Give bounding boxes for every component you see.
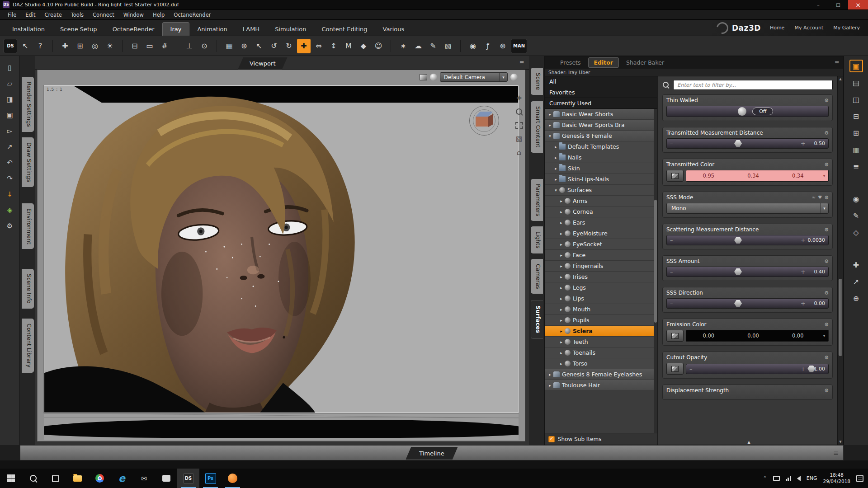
gear-icon[interactable] xyxy=(824,291,829,296)
tree-item-skin-lips-nails[interactable]: Skin-Lips-Nails xyxy=(545,174,657,185)
viewport[interactable]: Default Camera xyxy=(37,70,525,441)
home-view-icon[interactable] xyxy=(514,148,524,157)
stack-icon[interactable]: ≡ xyxy=(849,160,863,173)
undo-icon[interactable]: ↶ xyxy=(4,157,16,168)
tree-scrollbar-thumb[interactable] xyxy=(654,200,657,323)
expander-icon[interactable] xyxy=(553,177,559,182)
send-icon[interactable]: ↗ xyxy=(849,275,863,288)
pivot-icon[interactable]: ⊙ xyxy=(198,39,211,53)
expander-icon[interactable] xyxy=(558,275,564,279)
expander-icon[interactable] xyxy=(558,340,564,344)
tree-item-sclera[interactable]: Sclera xyxy=(545,326,657,337)
ghost-icon[interactable]: ☁ xyxy=(411,39,425,53)
new-camera-icon[interactable]: ◎ xyxy=(88,39,102,53)
aspect-icon[interactable]: # xyxy=(158,39,171,53)
globe-icon[interactable]: ⊕ xyxy=(849,292,863,305)
help-icon[interactable]: ? xyxy=(33,39,47,53)
scroll-up-icon[interactable] xyxy=(838,76,843,82)
tree-item-mouth[interactable]: Mouth xyxy=(545,304,657,315)
new-light-icon[interactable]: ☀ xyxy=(103,39,117,53)
network-icon[interactable] xyxy=(786,476,791,481)
chrome-button[interactable] xyxy=(89,469,111,488)
tab-lamh[interactable]: LAMH xyxy=(235,22,267,36)
tree-item-pupils[interactable]: Pupils xyxy=(545,315,657,326)
tab-presets[interactable]: Presets xyxy=(555,58,586,67)
tab-content-library[interactable]: Content Library xyxy=(22,319,34,372)
view-style-icon[interactable] xyxy=(430,74,437,81)
tree-item-cornea[interactable]: Cornea xyxy=(545,206,657,217)
tree-item-genesis-8-female[interactable]: Genesis 8 Female xyxy=(545,131,657,141)
texture-map-button[interactable] xyxy=(666,330,684,342)
expander-icon[interactable] xyxy=(558,264,564,268)
show-sub-items[interactable]: Show Sub Items xyxy=(545,433,657,445)
expander-icon[interactable] xyxy=(547,123,553,127)
tree-item-nails[interactable]: Nails xyxy=(545,152,657,163)
maximize-button[interactable] xyxy=(828,0,848,9)
expander-icon[interactable] xyxy=(558,286,564,290)
task-view-button[interactable] xyxy=(44,469,66,488)
tree-item-toenails[interactable]: Toenails xyxy=(545,347,657,358)
ds-logo-button[interactable]: DS xyxy=(4,39,17,53)
tab-environment[interactable]: Environment xyxy=(22,203,34,249)
link-my-gallery[interactable]: My Gallery xyxy=(833,25,860,31)
slider-handle[interactable] xyxy=(734,237,742,244)
favorite-icon[interactable] xyxy=(818,195,822,200)
expander-icon[interactable] xyxy=(553,166,559,171)
color-value-bar[interactable]: 0.00 0.00 0.00 xyxy=(686,330,829,342)
expander-icon[interactable] xyxy=(558,253,564,258)
chevron-down-icon[interactable] xyxy=(820,330,828,341)
camera-options-icon[interactable] xyxy=(510,74,518,81)
geometry-select-icon[interactable]: ◆ xyxy=(357,39,370,53)
render-image[interactable] xyxy=(44,86,518,413)
tab-installation[interactable]: Installation xyxy=(5,22,52,36)
hidden-icons-chevron[interactable] xyxy=(763,475,767,481)
slider-handle[interactable] xyxy=(734,300,742,307)
tab-scene[interactable]: Scene xyxy=(531,68,543,95)
primitive-icon[interactable]: ▧ xyxy=(441,39,455,53)
expander-icon[interactable] xyxy=(547,134,553,138)
menu-window[interactable]: Window xyxy=(119,11,148,19)
cube-view-icon[interactable] xyxy=(514,134,524,143)
expander-icon[interactable] xyxy=(558,242,564,247)
tree-item-ears[interactable]: Ears xyxy=(545,217,657,228)
tab-cameras[interactable]: Cameras xyxy=(531,259,543,294)
show-sub-items-checkbox[interactable] xyxy=(548,436,555,442)
gear-icon[interactable] xyxy=(824,162,829,167)
expander-icon[interactable] xyxy=(558,351,564,355)
notification-center-icon[interactable] xyxy=(856,475,863,482)
gear-icon[interactable] xyxy=(824,227,829,232)
daz-studio-button[interactable]: DS xyxy=(177,469,199,488)
menu-edit[interactable]: Edit xyxy=(21,11,39,19)
tab-animation[interactable]: Animation xyxy=(189,22,235,36)
menu-octanerender[interactable]: OctaneRender xyxy=(170,11,215,19)
texture-map-button[interactable] xyxy=(666,170,684,182)
redo-icon[interactable]: ↷ xyxy=(4,173,16,184)
tree-item-eyemoisture[interactable]: EyeMoisture xyxy=(545,228,657,239)
tree-item-surfaces[interactable]: Surfaces xyxy=(545,185,657,196)
filter-input[interactable] xyxy=(673,80,833,90)
texture-map-button[interactable] xyxy=(666,363,684,375)
orange-app-button[interactable] xyxy=(222,469,244,488)
gear-icon[interactable] xyxy=(824,355,829,360)
expander-icon[interactable] xyxy=(558,231,564,236)
new-group-icon[interactable]: ⊞ xyxy=(73,39,87,53)
expander-icon[interactable] xyxy=(553,155,559,160)
tree-item-torso[interactable]: Torso xyxy=(545,358,657,369)
brush-icon[interactable]: ✎ xyxy=(849,209,863,222)
scale-icon[interactable]: ↕ xyxy=(327,39,340,53)
expander-icon[interactable] xyxy=(558,210,564,214)
tab-content-editing[interactable]: Content Editing xyxy=(314,22,375,36)
download-icon[interactable]: ↓ xyxy=(4,189,16,200)
tree-item-teeth[interactable]: Teeth xyxy=(545,337,657,347)
expander-icon[interactable] xyxy=(558,307,564,312)
chevron-down-icon[interactable] xyxy=(820,203,828,213)
zoom-icon[interactable] xyxy=(514,107,524,116)
man-icon[interactable]: MAN xyxy=(511,39,527,53)
tree-item-fingernails[interactable]: Fingernails xyxy=(545,261,657,272)
tab-surfaces[interactable]: Surfaces xyxy=(531,300,543,338)
link-home[interactable]: Home xyxy=(770,25,784,31)
photoshop-button[interactable]: Ps xyxy=(199,469,222,488)
tab-various[interactable]: Various xyxy=(375,22,412,36)
tree-item-eyesocket[interactable]: EyeSocket xyxy=(545,239,657,250)
annotate-icon[interactable]: ✎ xyxy=(426,39,440,53)
